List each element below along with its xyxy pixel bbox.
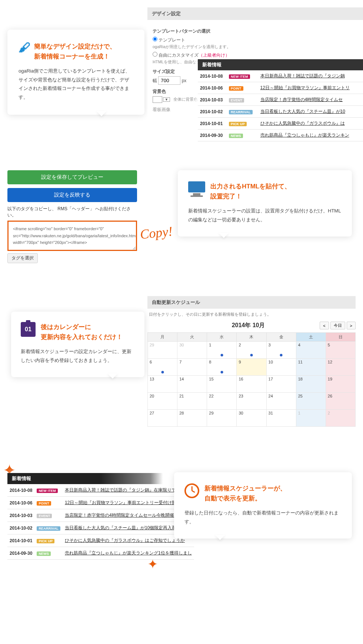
news-badge: NEW ITEM [229, 74, 250, 79]
calendar-week: 20212223242526 [148, 393, 356, 410]
calendar-cell[interactable]: 16 [237, 376, 266, 393]
calendar-cell[interactable]: 21 [177, 393, 207, 410]
calendar-cell[interactable]: 20 [148, 393, 177, 410]
calendar-cell[interactable]: 7 [177, 359, 207, 376]
news-badge: REARRIVAL [37, 526, 60, 531]
bubble-body: 登録した日付になったら、自動で新着情報コーナーの内容が更新されます。 [184, 509, 342, 526]
news-row: 2014-10-02REARRIVAL当日看板した大人気の『スチーム皿』が10個… [7, 522, 194, 534]
news-text: 売れ筋商品『立つしゃもじ』が楽天ランキン [258, 130, 363, 141]
radio-template-input[interactable] [153, 37, 157, 41]
color-dropdown-icon[interactable]: ▼ [163, 97, 170, 102]
calendar-cell[interactable]: 17 [266, 376, 296, 393]
news-preview-panel: 新着情報 2014-10-08NEW ITEM本日新商品入荷！雑誌で話題の『タジ… [198, 59, 363, 141]
news-badge: NEW ITEM [37, 489, 58, 493]
step-number-icon: 01 [21, 322, 36, 337]
news-badge: NEWS [229, 134, 243, 138]
preview-button[interactable]: 設定を保存してプレビュー [7, 170, 137, 184]
pattern-label: テンプレートパターンの選択 [153, 28, 358, 34]
calendar-title: 2014年 10月 [177, 322, 320, 329]
width-input[interactable] [158, 76, 180, 85]
news-list: 2014-10-08NEW ITEM本日新商品入荷！雑誌で話題の『タジン鍋』在庫… [7, 484, 194, 560]
news-row: 2014-09-30NEWS売れ筋商品『立つしゃもじ』が楽天ランキング1位を獲得… [7, 547, 194, 560]
section-design: 🖌 簡単なデザイン設定だけで、 新着情報コーナーを生成！ ogaRia側でご用意… [0, 0, 363, 148]
news-link[interactable]: 本日新商品入荷！雑誌で話題の『タジン鍋 [260, 73, 345, 78]
calendar-cell[interactable]: 1 [296, 410, 326, 427]
radio-custom[interactable]: 自由にカスタマイズ（上級者向け） [153, 52, 358, 58]
calendar-cell[interactable]: 29 [207, 410, 237, 427]
calendar-cell[interactable]: 10 [266, 359, 296, 376]
calendar-cell[interactable]: 8 [207, 359, 237, 376]
sparkle-icon: ✦ [147, 557, 158, 570]
news-link[interactable]: 売れ筋商品『立つしゃもじ』が楽天ランキン [260, 133, 349, 138]
news-badge-cell: PICK UP [227, 118, 258, 130]
bubble-title: 出力されるHTMLを貼付て、 設置完了！ [210, 181, 291, 201]
next-month-button[interactable]: > [347, 322, 356, 329]
apply-button[interactable]: 設定を反映する [7, 188, 137, 202]
calendar-cell[interactable]: 24 [266, 393, 296, 410]
calendar-cell[interactable]: 13 [148, 376, 177, 393]
news-text: 12日～開始『お買物マラソン』事前エントリ [258, 82, 363, 94]
calendar-cell[interactable]: 6 [148, 359, 177, 376]
news-text: 本日新商品入荷！雑誌で話題の『タジン鍋 [258, 70, 363, 82]
select-tag-button[interactable]: タグを選択 [7, 253, 38, 263]
calendar-cell[interactable]: 22 [207, 393, 237, 410]
calendar-head: 2014年 10月 < 今日 > [147, 322, 356, 329]
calendar-cell[interactable]: 18 [296, 376, 326, 393]
news-date: 2014-10-01 [7, 534, 34, 547]
news-date: 2014-10-02 [198, 106, 227, 118]
news-row: 2014-10-08NEW ITEM本日新商品入荷！雑誌で話題の『タジン鍋 [198, 70, 363, 82]
calendar-cell[interactable]: 11 [296, 359, 326, 376]
news-date: 2014-10-03 [7, 509, 34, 522]
news-link[interactable]: ひそかに人気急騰中の『ガラスボウル』は [260, 121, 345, 126]
news-link[interactable]: 売れ筋商品『立つしゃもじ』が楽天ランキング1位を獲得しまし [65, 550, 192, 556]
news-badge: EVENT [37, 514, 52, 518]
code-textarea[interactable]: <iframe scrolling="no" border="0" frameb… [7, 221, 137, 251]
calendar-cell[interactable]: 4 [296, 342, 326, 359]
news-link[interactable]: 当店限定！赤字覚悟の4時間限定タイムセール今晩開催！ [65, 513, 179, 518]
news-badge-cell: PICK UP [34, 534, 63, 547]
radio-template[interactable]: テンプレート [153, 37, 358, 43]
preview-header: 新着情報 [198, 59, 363, 70]
news-list: 2014-10-08NEW ITEM本日新商品入荷！雑誌で話題の『タジン鍋201… [198, 70, 363, 141]
news-badge: POINT [37, 501, 51, 506]
panel-header: デザイン設定 [147, 7, 363, 20]
calendar-cell[interactable]: 5 [326, 342, 355, 359]
news-link[interactable]: 当店限定！赤字覚悟の4時間限定タイムセ [260, 97, 343, 102]
speech-bubble-output: 出力されるHTMLを貼付て、 設置完了！ 新着情報スケジューラーの設置は、設置用… [178, 170, 352, 237]
calendar-cell[interactable]: 26 [326, 393, 355, 410]
calendar-cell[interactable]: 23 [237, 393, 266, 410]
calendar-cell[interactable]: 9 [237, 359, 266, 376]
calendar-cell[interactable]: 12 [326, 359, 355, 376]
news-date: 2014-10-08 [7, 484, 34, 497]
news-row: 2014-10-08NEW ITEM本日新商品入荷！雑誌で話題の『タジン鍋』在庫… [7, 484, 194, 497]
news-date: 2014-10-06 [198, 82, 227, 94]
radio-custom-input[interactable] [153, 52, 157, 57]
calendar-cell[interactable]: 27 [148, 410, 177, 427]
today-button[interactable]: 今日 [330, 322, 345, 329]
calendar-cell[interactable]: 30 [237, 410, 266, 427]
color-swatch[interactable] [153, 96, 162, 103]
news-link[interactable]: 当日看板した大人気の『スチーム皿』が10 [260, 109, 345, 114]
calendar-cell[interactable]: 1 [207, 342, 237, 359]
calendar-cell[interactable]: 15 [207, 376, 237, 393]
news-text: 当日看板した大人気の『スチーム皿』が10 [258, 106, 363, 118]
news-badge-cell: POINT [34, 497, 63, 509]
news-link[interactable]: 当日看板した大人気の『スチーム皿』が10個限定再入荷しまし [65, 525, 190, 530]
calendar-cell[interactable]: 2 [237, 342, 266, 359]
news-link[interactable]: 本日新商品入荷！雑誌で話題の『タジン鍋』在庫限りで販売 [65, 487, 185, 493]
calendar-cell[interactable]: 28 [177, 410, 207, 427]
calendar-cell[interactable]: 25 [296, 393, 326, 410]
news-link[interactable]: 12日～開始『お買物マラソン』事前エントリ [260, 85, 350, 90]
calendar-cell[interactable]: 3 [266, 342, 296, 359]
news-link[interactable]: ひそかに人気急騰中の『ガラスボウル』はご存知でしょうか [65, 538, 185, 543]
news-link[interactable]: 12日～開始『お買物マラソン』事前エントリー受付け開始しま [65, 500, 190, 505]
calendar-cell[interactable]: 31 [266, 410, 296, 427]
calendar-cell[interactable]: 2 [326, 410, 355, 427]
news-date: 2014-10-08 [198, 70, 227, 82]
bubble-title: 後はカレンダーに 更新内容を入れておくだけ！ [41, 322, 123, 342]
calendar-cell[interactable]: 30 [177, 342, 207, 359]
prev-month-button[interactable]: < [320, 322, 329, 329]
calendar-cell[interactable]: 14 [177, 376, 207, 393]
calendar-cell[interactable]: 19 [326, 376, 355, 393]
calendar-cell[interactable]: 29 [148, 342, 177, 359]
